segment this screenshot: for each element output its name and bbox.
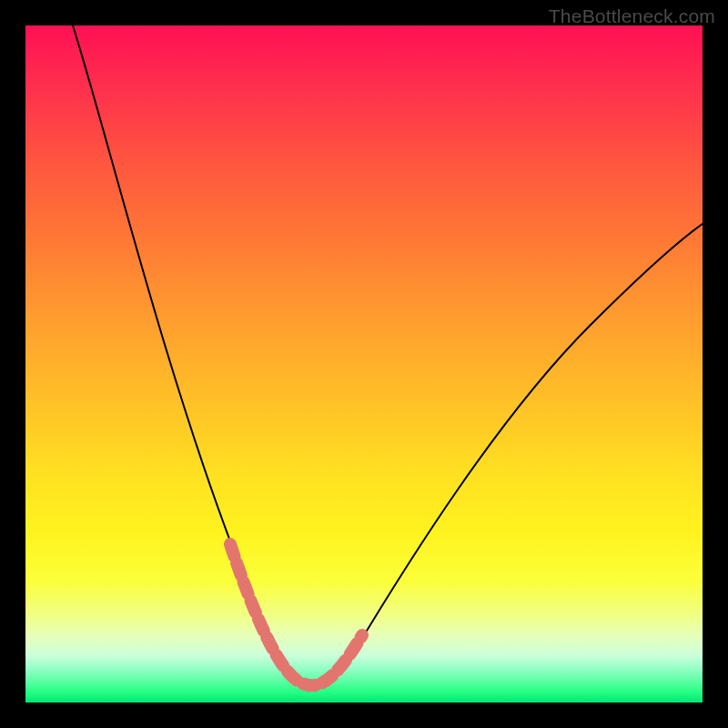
bottleneck-chart [25, 25, 703, 703]
chart-plot-area [25, 25, 703, 703]
optimal-range-marker [230, 544, 362, 685]
bottleneck-curve [73, 25, 703, 685]
watermark-text: TheBottleneck.com [549, 5, 715, 27]
